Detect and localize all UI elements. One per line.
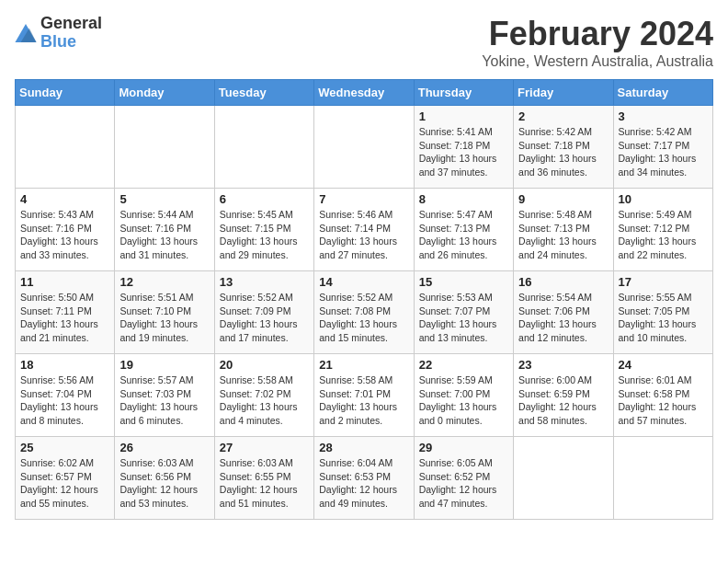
day-number: 7 bbox=[319, 192, 408, 206]
day-info: Sunrise: 6:03 AM Sunset: 6:55 PM Dayligh… bbox=[220, 456, 309, 511]
calendar-cell bbox=[613, 437, 712, 520]
day-number: 29 bbox=[419, 441, 508, 454]
day-info: Sunrise: 6:02 AM Sunset: 6:57 PM Dayligh… bbox=[20, 456, 109, 511]
day-number: 4 bbox=[20, 192, 109, 206]
weekday-row: SundayMondayTuesdayWednesdayThursdayFrid… bbox=[16, 80, 713, 106]
day-info: Sunrise: 5:52 AM Sunset: 7:09 PM Dayligh… bbox=[220, 291, 309, 345]
day-number: 20 bbox=[220, 358, 309, 372]
day-number: 13 bbox=[220, 275, 309, 289]
calendar-row: 11Sunrise: 5:50 AM Sunset: 7:11 PM Dayli… bbox=[16, 271, 713, 354]
day-info: Sunrise: 5:41 AM Sunset: 7:18 PM Dayligh… bbox=[419, 125, 508, 179]
weekday-header: Saturday bbox=[613, 80, 712, 106]
calendar-cell: 11Sunrise: 5:50 AM Sunset: 7:11 PM Dayli… bbox=[16, 271, 115, 354]
calendar-cell: 26Sunrise: 6:03 AM Sunset: 6:56 PM Dayli… bbox=[115, 437, 214, 520]
day-info: Sunrise: 5:42 AM Sunset: 7:17 PM Dayligh… bbox=[619, 125, 708, 179]
day-info: Sunrise: 6:01 AM Sunset: 6:58 PM Dayligh… bbox=[619, 373, 708, 428]
day-number: 28 bbox=[319, 441, 408, 454]
calendar-row: 18Sunrise: 5:56 AM Sunset: 7:04 PM Dayli… bbox=[16, 354, 713, 437]
day-info: Sunrise: 5:46 AM Sunset: 7:14 PM Dayligh… bbox=[319, 208, 408, 262]
day-info: Sunrise: 6:05 AM Sunset: 6:52 PM Dayligh… bbox=[419, 456, 508, 511]
title-section: February 2024 Yokine, Western Australia,… bbox=[482, 15, 713, 70]
day-number: 17 bbox=[619, 275, 708, 289]
day-info: Sunrise: 5:52 AM Sunset: 7:08 PM Dayligh… bbox=[319, 291, 408, 345]
day-number: 21 bbox=[319, 358, 408, 372]
day-number: 27 bbox=[220, 441, 309, 454]
calendar-cell bbox=[514, 437, 613, 520]
calendar-cell: 21Sunrise: 5:58 AM Sunset: 7:01 PM Dayli… bbox=[314, 354, 414, 437]
day-number: 2 bbox=[518, 109, 608, 123]
day-number: 3 bbox=[619, 109, 708, 123]
calendar-cell: 12Sunrise: 5:51 AM Sunset: 7:10 PM Dayli… bbox=[115, 271, 214, 354]
day-number: 24 bbox=[619, 358, 708, 372]
day-info: Sunrise: 5:56 AM Sunset: 7:04 PM Dayligh… bbox=[20, 373, 109, 428]
day-info: Sunrise: 5:58 AM Sunset: 7:01 PM Dayligh… bbox=[319, 373, 408, 428]
calendar-cell: 10Sunrise: 5:49 AM Sunset: 7:12 PM Dayli… bbox=[613, 189, 712, 271]
calendar-cell: 7Sunrise: 5:46 AM Sunset: 7:14 PM Daylig… bbox=[314, 189, 414, 271]
day-number: 18 bbox=[20, 358, 109, 372]
day-number: 8 bbox=[419, 192, 508, 206]
calendar-cell: 16Sunrise: 5:54 AM Sunset: 7:06 PM Dayli… bbox=[514, 271, 613, 354]
day-number: 1 bbox=[419, 109, 508, 123]
calendar-cell: 3Sunrise: 5:42 AM Sunset: 7:17 PM Daylig… bbox=[613, 106, 712, 189]
logo-icon bbox=[15, 24, 37, 42]
calendar-cell: 15Sunrise: 5:53 AM Sunset: 7:07 PM Dayli… bbox=[414, 271, 513, 354]
calendar-cell: 28Sunrise: 6:04 AM Sunset: 6:53 PM Dayli… bbox=[314, 437, 414, 520]
day-number: 23 bbox=[518, 358, 608, 372]
calendar-cell: 1Sunrise: 5:41 AM Sunset: 7:18 PM Daylig… bbox=[414, 106, 513, 189]
day-number: 12 bbox=[119, 275, 209, 289]
day-number: 19 bbox=[119, 358, 209, 372]
day-number: 10 bbox=[619, 192, 708, 206]
weekday-header: Sunday bbox=[16, 80, 115, 106]
day-info: Sunrise: 5:42 AM Sunset: 7:18 PM Dayligh… bbox=[518, 125, 608, 179]
day-info: Sunrise: 5:51 AM Sunset: 7:10 PM Dayligh… bbox=[119, 291, 209, 345]
day-number: 15 bbox=[419, 275, 508, 289]
day-info: Sunrise: 5:59 AM Sunset: 7:00 PM Dayligh… bbox=[419, 373, 508, 428]
calendar-cell: 4Sunrise: 5:43 AM Sunset: 7:16 PM Daylig… bbox=[16, 189, 115, 271]
calendar-cell: 23Sunrise: 6:00 AM Sunset: 6:59 PM Dayli… bbox=[514, 354, 613, 437]
calendar-cell bbox=[314, 106, 414, 189]
calendar-cell: 5Sunrise: 5:44 AM Sunset: 7:16 PM Daylig… bbox=[115, 189, 214, 271]
calendar-cell: 2Sunrise: 5:42 AM Sunset: 7:18 PM Daylig… bbox=[514, 106, 613, 189]
day-info: Sunrise: 6:03 AM Sunset: 6:56 PM Dayligh… bbox=[119, 456, 209, 511]
logo-blue-text: Blue bbox=[40, 33, 102, 52]
day-info: Sunrise: 5:48 AM Sunset: 7:13 PM Dayligh… bbox=[518, 208, 608, 262]
calendar-cell: 19Sunrise: 5:57 AM Sunset: 7:03 PM Dayli… bbox=[115, 354, 214, 437]
calendar-cell: 13Sunrise: 5:52 AM Sunset: 7:09 PM Dayli… bbox=[214, 271, 313, 354]
day-info: Sunrise: 5:49 AM Sunset: 7:12 PM Dayligh… bbox=[619, 208, 708, 262]
day-number: 9 bbox=[518, 192, 608, 206]
calendar-table: SundayMondayTuesdayWednesdayThursdayFrid… bbox=[15, 79, 713, 520]
calendar-cell: 8Sunrise: 5:47 AM Sunset: 7:13 PM Daylig… bbox=[414, 189, 513, 271]
day-number: 6 bbox=[220, 192, 309, 206]
calendar-cell: 9Sunrise: 5:48 AM Sunset: 7:13 PM Daylig… bbox=[514, 189, 613, 271]
header: General Blue February 2024 Yokine, Weste… bbox=[15, 15, 713, 70]
weekday-header: Thursday bbox=[414, 80, 513, 106]
day-number: 25 bbox=[20, 441, 109, 454]
weekday-header: Tuesday bbox=[214, 80, 313, 106]
calendar-cell: 24Sunrise: 6:01 AM Sunset: 6:58 PM Dayli… bbox=[613, 354, 712, 437]
calendar-cell bbox=[16, 106, 115, 189]
day-number: 11 bbox=[20, 275, 109, 289]
calendar-cell bbox=[214, 106, 313, 189]
calendar-row: 1Sunrise: 5:41 AM Sunset: 7:18 PM Daylig… bbox=[16, 106, 713, 189]
calendar-cell: 17Sunrise: 5:55 AM Sunset: 7:05 PM Dayli… bbox=[613, 271, 712, 354]
calendar-cell: 22Sunrise: 5:59 AM Sunset: 7:00 PM Dayli… bbox=[414, 354, 513, 437]
calendar-cell bbox=[115, 106, 214, 189]
logo: General Blue bbox=[15, 15, 102, 52]
day-info: Sunrise: 5:47 AM Sunset: 7:13 PM Dayligh… bbox=[419, 208, 508, 262]
day-info: Sunrise: 5:54 AM Sunset: 7:06 PM Dayligh… bbox=[518, 291, 608, 345]
calendar-cell: 25Sunrise: 6:02 AM Sunset: 6:57 PM Dayli… bbox=[16, 437, 115, 520]
calendar-cell: 20Sunrise: 5:58 AM Sunset: 7:02 PM Dayli… bbox=[214, 354, 313, 437]
day-number: 26 bbox=[119, 441, 209, 454]
day-number: 5 bbox=[119, 192, 209, 206]
calendar-title: February 2024 bbox=[482, 15, 713, 53]
calendar-cell: 6Sunrise: 5:45 AM Sunset: 7:15 PM Daylig… bbox=[214, 189, 313, 271]
calendar-body: 1Sunrise: 5:41 AM Sunset: 7:18 PM Daylig… bbox=[16, 106, 713, 520]
calendar-header: SundayMondayTuesdayWednesdayThursdayFrid… bbox=[16, 80, 713, 106]
calendar-row: 25Sunrise: 6:02 AM Sunset: 6:57 PM Dayli… bbox=[16, 437, 713, 520]
calendar-cell: 29Sunrise: 6:05 AM Sunset: 6:52 PM Dayli… bbox=[414, 437, 513, 520]
weekday-header: Friday bbox=[514, 80, 613, 106]
logo-general-text: General bbox=[40, 15, 102, 33]
day-info: Sunrise: 6:00 AM Sunset: 6:59 PM Dayligh… bbox=[518, 373, 608, 428]
day-info: Sunrise: 5:53 AM Sunset: 7:07 PM Dayligh… bbox=[419, 291, 508, 345]
day-info: Sunrise: 5:58 AM Sunset: 7:02 PM Dayligh… bbox=[220, 373, 309, 428]
